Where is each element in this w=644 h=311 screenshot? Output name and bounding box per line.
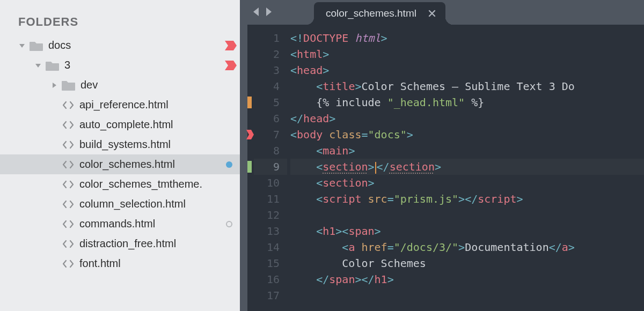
dirty-indicator-icon — [226, 161, 232, 168]
line-number-gutter: 1234567891011121314151617 — [254, 25, 287, 311]
tree-file[interactable]: auto_complete.html — [0, 115, 240, 135]
gutter-change-mark — [247, 161, 252, 173]
text-cursor — [375, 162, 376, 174]
line-number: 15 — [254, 255, 280, 271]
line-number: 4 — [254, 78, 280, 94]
tree-folder[interactable]: 3 — [0, 55, 240, 75]
code-line[interactable]: <head> — [290, 62, 644, 78]
code-line[interactable] — [290, 287, 644, 303]
code-line[interactable]: </span></h1> — [290, 271, 644, 287]
close-hint-icon[interactable] — [226, 221, 232, 227]
code-line[interactable]: <a href="/docs/3/">Documentation</a> — [290, 239, 644, 255]
line-number: 1 — [254, 30, 280, 46]
code-line[interactable]: <section></section> — [290, 159, 644, 175]
tree-file[interactable]: column_selection.html — [0, 194, 240, 214]
tree-label: dev — [80, 79, 98, 91]
code-file-icon — [62, 220, 74, 228]
code-line[interactable]: <!DOCTYPE html> — [290, 30, 644, 46]
code-area[interactable]: 1234567891011121314151617 <!DOCTYPE html… — [247, 25, 644, 311]
tree-label: auto_complete.html — [79, 119, 173, 131]
line-number: 11 — [254, 191, 280, 207]
code-line[interactable]: </head> — [290, 110, 644, 127]
nav-forward-icon[interactable] — [264, 6, 274, 17]
line-number: 9 — [254, 159, 287, 175]
tree-label: docs — [48, 39, 71, 51]
code-line[interactable]: <html> — [290, 46, 644, 62]
code-line[interactable]: <section> — [290, 175, 644, 191]
code-line[interactable]: Color Schemes — [290, 255, 644, 271]
code-line[interactable]: {% include "_head.html" %} — [290, 94, 644, 110]
tree-file[interactable]: color_schemes_tmtheme. — [0, 174, 240, 194]
code-line[interactable]: <body class="docs"> — [290, 127, 644, 143]
code-line[interactable]: <title>Color Schemes – Sublime Text 3 Do — [290, 78, 644, 94]
line-number: 5 — [254, 94, 280, 110]
tree-file[interactable]: api_reference.html — [0, 95, 240, 115]
tree-folder[interactable]: dev — [0, 75, 240, 95]
line-number: 12 — [254, 207, 280, 223]
tree-file[interactable]: color_schemes.html — [0, 154, 240, 174]
tree-label: 3 — [64, 59, 70, 71]
code-line[interactable]: <main> — [290, 143, 644, 159]
tree-file[interactable]: build_systems.html — [0, 135, 240, 154]
line-number: 14 — [254, 239, 280, 255]
code-file-icon — [62, 140, 74, 149]
disclosure-down-icon[interactable] — [18, 42, 26, 49]
line-number: 7 — [254, 127, 280, 143]
disclosure-right-icon[interactable] — [50, 82, 58, 89]
close-icon[interactable] — [428, 10, 436, 17]
code-file-icon — [62, 160, 74, 169]
line-number: 8 — [254, 143, 280, 159]
line-number: 3 — [254, 62, 280, 78]
tree-file[interactable]: font.html — [0, 254, 240, 273]
line-number: 6 — [254, 110, 280, 127]
line-number: 10 — [254, 175, 280, 191]
disclosure-down-icon[interactable] — [34, 62, 42, 69]
tree-label: color_schemes.html — [79, 158, 175, 171]
tree-file[interactable]: distraction_free.html — [0, 234, 240, 254]
line-number: 13 — [254, 223, 280, 239]
editor-pane: color_schemes.html 123456789101112131415… — [247, 0, 644, 311]
code-content[interactable]: <!DOCTYPE html><html><head> <title>Color… — [287, 25, 644, 311]
nav-back-icon[interactable] — [251, 6, 261, 17]
code-line[interactable]: <h1><span> — [290, 223, 644, 239]
gutter-change-mark — [247, 97, 252, 108]
tab-bar: color_schemes.html — [247, 0, 644, 25]
line-number: 17 — [254, 287, 280, 303]
tree-label: commands.html — [79, 218, 155, 230]
code-file-icon — [62, 260, 74, 268]
code-file-icon — [62, 101, 74, 109]
sidebar: FOLDERS docs 3 dev api_reference.html au… — [0, 0, 240, 311]
line-number: 16 — [254, 271, 280, 287]
bookmark-icon — [225, 41, 237, 50]
code-file-icon — [62, 121, 74, 129]
tree-label: build_systems.html — [79, 138, 171, 151]
tab-title: color_schemes.html — [326, 8, 416, 19]
gutter-marks — [247, 25, 254, 311]
tree-label: distraction_free.html — [79, 238, 176, 250]
code-file-icon — [62, 200, 74, 209]
line-number: 2 — [254, 46, 280, 62]
code-line[interactable]: <script src="prism.js"></script> — [290, 191, 644, 207]
folder-icon — [61, 79, 76, 91]
tab-active[interactable]: color_schemes.html — [314, 2, 445, 25]
file-tree: docs 3 dev api_reference.html auto_compl… — [0, 35, 240, 311]
gutter-arrow-icon — [246, 130, 254, 139]
tree-label: color_schemes_tmtheme. — [79, 178, 202, 190]
tree-label: column_selection.html — [79, 198, 186, 210]
tree-label: api_reference.html — [79, 99, 169, 111]
tree-label: font.html — [79, 257, 121, 270]
code-line[interactable] — [290, 207, 644, 223]
folder-icon — [45, 60, 60, 71]
code-file-icon — [62, 240, 74, 248]
pane-divider[interactable] — [240, 0, 247, 311]
tree-folder[interactable]: docs — [0, 35, 240, 55]
sidebar-header: FOLDERS — [0, 0, 240, 35]
code-file-icon — [62, 180, 74, 189]
bookmark-icon — [225, 61, 237, 70]
tree-file[interactable]: commands.html — [0, 214, 240, 234]
folder-icon — [29, 40, 44, 51]
